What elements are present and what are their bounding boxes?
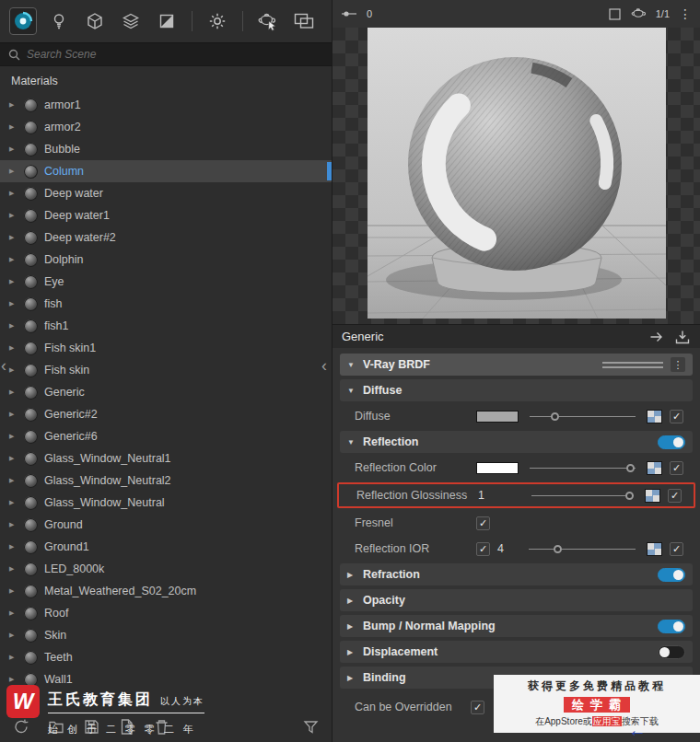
save-to-library-icon[interactable] <box>674 329 691 345</box>
material-list-item[interactable]: ▶ armor2 <box>0 116 332 138</box>
reflection-color-texture-slot-icon[interactable] <box>647 461 662 475</box>
material-list-item[interactable]: ▶ Bubble <box>0 138 332 160</box>
reflection-glossiness-value[interactable]: 1 <box>478 489 520 502</box>
material-list-item[interactable]: ▶ fish1 <box>0 315 332 337</box>
material-list-item[interactable]: ▶ Column <box>0 160 332 182</box>
expand-caret-icon[interactable]: ▶ <box>9 168 18 175</box>
can-be-overridden-checkbox[interactable] <box>471 701 484 714</box>
expand-caret-icon[interactable]: ▶ <box>9 587 18 595</box>
expand-caret-icon[interactable]: ▶ <box>9 632 18 639</box>
collapse-caret-icon[interactable]: ▶ <box>347 571 356 579</box>
slider-knob[interactable] <box>554 545 562 553</box>
material-list-item[interactable]: ▶ fish <box>0 293 332 315</box>
material-list-item[interactable]: ▶ Roof <box>0 602 332 624</box>
back-arrow-icon[interactable] <box>648 329 665 345</box>
brdf-layer-header[interactable]: ▼ V-Ray BRDF ⋮ <box>340 354 693 376</box>
geometry-tab-button[interactable] <box>81 7 109 35</box>
reflection-glossiness-checkbox[interactable] <box>668 489 682 503</box>
expand-caret-icon[interactable]: ▶ <box>9 101 18 109</box>
refraction-toggle[interactable] <box>658 568 685 582</box>
expand-caret-icon[interactable]: ▶ <box>9 499 18 506</box>
search-bar[interactable]: Search Scene <box>0 42 332 66</box>
textures-tab-button[interactable] <box>153 7 181 35</box>
expand-caret-icon[interactable]: ▶ <box>9 676 18 683</box>
expand-caret-icon[interactable]: ▶ <box>9 609 18 617</box>
slider-knob[interactable] <box>625 492 634 500</box>
collapse-caret-icon[interactable]: ▶ <box>347 648 356 656</box>
material-list-item[interactable]: ▶ Teeth <box>0 646 332 668</box>
preview-size-slider-icon[interactable] <box>341 7 357 20</box>
material-list-item[interactable]: ▶ Dolphin <box>0 249 332 271</box>
material-list-item[interactable]: ▶ Glass_Window_Neutral2 <box>0 470 332 492</box>
preview-page-indicator[interactable]: 1/1 <box>656 8 670 19</box>
swatch-mode-icon[interactable] <box>609 8 621 20</box>
search-input[interactable]: Search Scene <box>27 48 96 61</box>
material-list-item[interactable]: ▶ armor1 <box>0 94 332 116</box>
reflection-color-swatch[interactable] <box>476 462 519 474</box>
material-list-item[interactable]: ▶ Fish skin1 <box>0 337 332 359</box>
reflection-ior-use-checkbox[interactable] <box>476 542 490 556</box>
diffuse-amount-slider[interactable] <box>530 410 636 423</box>
section-displacement[interactable]: ▶ Displacement <box>340 641 693 663</box>
section-reflection[interactable]: ▼ Reflection <box>340 431 693 453</box>
expand-caret-icon[interactable]: ▶ <box>9 256 18 263</box>
fresnel-checkbox[interactable] <box>476 516 490 530</box>
material-list-item[interactable]: ▶ Ground1 <box>0 536 332 558</box>
slider-knob[interactable] <box>626 464 635 472</box>
frame-buffer-button[interactable] <box>290 7 318 35</box>
bump-toggle[interactable] <box>658 620 685 633</box>
material-list-item[interactable]: ▶ Metal_Weathered_S02_20cm <box>0 580 332 602</box>
expand-caret-icon[interactable]: ▶ <box>9 145 18 153</box>
expand-caret-icon[interactable]: ▶ <box>9 411 18 418</box>
expand-caret-icon[interactable]: ▶ <box>9 344 18 352</box>
expand-caret-icon[interactable]: ▶ <box>9 366 18 374</box>
material-list-item[interactable]: ▶ Generic <box>0 381 332 403</box>
section-refraction[interactable]: ▶ Refraction <box>340 563 693 585</box>
collapse-caret-icon[interactable]: ▼ <box>347 387 356 395</box>
expand-caret-icon[interactable]: ▶ <box>9 433 18 440</box>
material-list-item[interactable]: ▶ Skin <box>0 624 332 646</box>
expand-caret-icon[interactable]: ▶ <box>9 565 18 573</box>
section-diffuse[interactable]: ▼ Diffuse <box>340 379 693 401</box>
reflection-ior-checkbox[interactable] <box>670 542 683 556</box>
preview-geometry-icon[interactable] <box>630 7 647 21</box>
materials-tab-button[interactable] <box>9 7 37 35</box>
section-opacity[interactable]: ▶ Opacity <box>340 589 693 611</box>
reflection-ior-value[interactable]: 4 <box>497 542 518 555</box>
expand-caret-icon[interactable]: ▶ <box>9 123 18 131</box>
collapse-caret-icon[interactable]: ▶ <box>347 597 356 605</box>
material-list-item[interactable]: ▶ Deep water1 <box>0 204 332 226</box>
collapse-caret-icon[interactable]: ▼ <box>347 361 356 369</box>
reflection-color-slider[interactable] <box>530 461 636 474</box>
collapse-caret-icon[interactable]: ▼ <box>347 438 356 446</box>
expand-caret-icon[interactable]: ▶ <box>9 543 18 551</box>
material-list-item[interactable]: ▶ Glass_Window_Neutral1 <box>0 447 332 470</box>
expand-caret-icon[interactable]: ▶ <box>9 521 18 528</box>
collapse-caret-icon[interactable]: ▶ <box>347 674 356 682</box>
material-list-item[interactable]: ▶ Ground <box>0 514 332 536</box>
section-bump-normal-mapping[interactable]: ▶ Bump / Normal Mapping <box>340 615 693 637</box>
collapse-caret-icon[interactable]: ▶ <box>347 622 356 631</box>
reflection-ior-texture-slot-icon[interactable] <box>647 542 662 556</box>
reflection-toggle[interactable] <box>658 435 685 449</box>
material-list-item[interactable]: ▶ Deep water <box>0 182 332 204</box>
diffuse-color-swatch[interactable] <box>476 411 519 423</box>
reflection-color-checkbox[interactable] <box>670 461 683 475</box>
displacement-toggle[interactable] <box>658 645 685 659</box>
preview-menu-button[interactable]: ⋮ <box>679 6 692 21</box>
expand-caret-icon[interactable]: ▶ <box>9 455 18 462</box>
material-list-item[interactable]: ▶ Generic#2 <box>0 403 332 425</box>
refresh-button[interactable] <box>13 718 29 738</box>
expand-caret-icon[interactable]: ▶ <box>9 654 18 661</box>
material-list-item[interactable]: ▶ Eye <box>0 271 332 293</box>
panel-collapse-handle-left[interactable]: ‹ <box>1 357 6 374</box>
expand-caret-icon[interactable]: ▶ <box>9 212 18 219</box>
material-list-item[interactable]: ▶ Fish skin <box>0 359 332 381</box>
lights-tab-button[interactable] <box>45 7 73 35</box>
layers-tab-button[interactable] <box>117 7 145 35</box>
reflection-glossiness-texture-slot-icon[interactable] <box>645 489 660 503</box>
filter-button[interactable] <box>302 718 319 738</box>
reflection-glossiness-slider[interactable] <box>531 489 634 502</box>
layer-menu-button[interactable]: ⋮ <box>671 357 685 372</box>
slider-knob[interactable] <box>551 412 559 421</box>
